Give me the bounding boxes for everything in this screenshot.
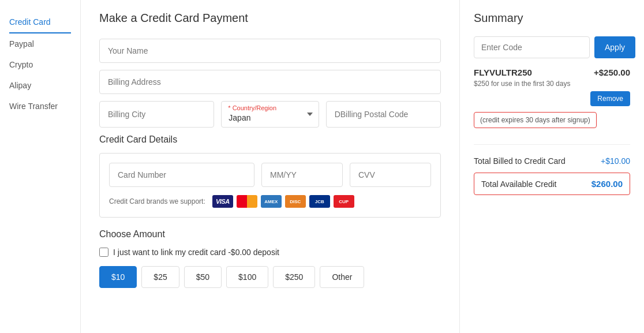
sidebar-item-crypto[interactable]: Crypto	[9, 54, 71, 75]
divider	[474, 144, 630, 145]
sidebar-item-paypal[interactable]: Paypal	[9, 33, 71, 54]
amex-icon: AMEX	[261, 195, 282, 208]
mastercard-icon	[237, 195, 257, 208]
link-card-row: I just want to link my credit card -$0.0…	[99, 248, 441, 257]
apply-button[interactable]: Apply	[594, 36, 635, 58]
promo-description: $250 for use in the first 30 days	[474, 80, 630, 88]
amount-btn-10[interactable]: $10	[99, 266, 137, 288]
expiry-input[interactable]	[261, 163, 343, 187]
amount-btn-250[interactable]: $250	[273, 266, 315, 288]
sidebar-item-credit-card[interactable]: Credit Card	[9, 12, 71, 33]
card-details-box: Credit Card brands we support: VISA AMEX…	[99, 153, 441, 218]
expiry-notice: (credit expires 30 days after signup)	[474, 112, 597, 128]
choose-amount-title: Choose Amount	[99, 229, 441, 240]
card-details-title: Credit Card Details	[99, 134, 441, 145]
remove-button[interactable]: Remove	[590, 91, 630, 106]
promo-code-text: FLYVULTR250	[474, 68, 532, 77]
name-field-group	[99, 39, 441, 63]
promo-code-input[interactable]	[474, 36, 590, 58]
sidebar-item-wire-transfer[interactable]: Wire Transfer	[9, 96, 71, 117]
main-content: Make a Credit Card Payment * Country/Reg…	[81, 0, 459, 333]
discover-icon: DISC	[285, 195, 306, 208]
page-title: Make a Credit Card Payment	[99, 12, 441, 25]
billed-row: Total Billed to Credit Card +$10.00	[474, 152, 630, 170]
city-country-row: * Country/Region Japan	[99, 101, 441, 128]
billing-address-group	[99, 70, 441, 94]
card-inputs-row	[109, 163, 431, 187]
postal-code-input[interactable]	[326, 101, 441, 128]
billed-value: +$10.00	[601, 156, 630, 166]
country-label: * Country/Region	[228, 104, 276, 111]
visa-icon: VISA	[212, 195, 233, 208]
total-label: Total Available Credit	[481, 179, 556, 189]
amount-btn-100[interactable]: $100	[226, 266, 268, 288]
promo-code-display-row: FLYVULTR250 +$250.00	[474, 68, 630, 77]
amount-buttons: $10 $25 $50 $100 $250 Other	[99, 266, 441, 288]
billing-address-input[interactable]	[99, 70, 441, 94]
summary-panel: Summary Apply FLYVULTR250 +$250.00 $250 …	[459, 0, 644, 333]
billed-label: Total Billed to Credit Card	[474, 156, 566, 166]
sidebar-item-alipay[interactable]: Alipay	[9, 75, 71, 96]
card-number-input[interactable]	[109, 163, 254, 187]
link-card-label: I just want to link my credit card -$0.0…	[113, 248, 279, 257]
promo-code-row: Apply	[474, 36, 630, 58]
card-brands-row: Credit Card brands we support: VISA AMEX…	[109, 195, 431, 208]
choose-amount-section: Choose Amount I just want to link my cre…	[99, 229, 441, 288]
amount-btn-25[interactable]: $25	[141, 266, 179, 288]
cup-icon: CUP	[334, 195, 354, 208]
card-brands-label: Credit Card brands we support:	[109, 197, 205, 205]
jcb-icon: JCB	[309, 195, 330, 208]
sidebar: Credit Card Paypal Crypto Alipay Wire Tr…	[0, 0, 81, 333]
amount-btn-other[interactable]: Other	[320, 266, 364, 288]
country-wrapper: * Country/Region Japan	[221, 101, 319, 128]
promo-amount: +$250.00	[594, 68, 630, 77]
link-card-checkbox[interactable]	[99, 248, 108, 257]
name-input[interactable]	[99, 39, 441, 63]
amount-btn-50[interactable]: $50	[184, 266, 222, 288]
total-row: Total Available Credit $260.00	[474, 173, 630, 195]
cvv-input[interactable]	[350, 163, 431, 187]
total-value: $260.00	[591, 179, 623, 189]
billing-city-input[interactable]	[99, 101, 214, 128]
summary-title: Summary	[474, 12, 630, 25]
